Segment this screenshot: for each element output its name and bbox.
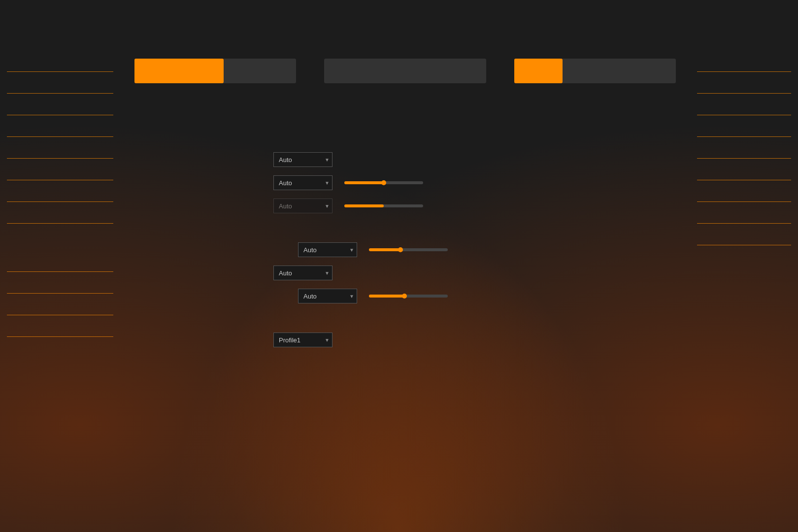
- cpu-clock-ratio-dropdown-wrapper[interactable]: Auto: [298, 289, 357, 303]
- cpu-base-clock-select[interactable]: Auto: [273, 175, 332, 190]
- performance-upgrade-dropdown-wrapper[interactable]: Auto: [273, 152, 332, 167]
- cpu-clock-ratio-fill: [369, 295, 404, 298]
- cpu-base-clock-dropdown-wrapper[interactable]: Auto: [273, 175, 332, 190]
- voltage-progress: [134, 59, 296, 83]
- fan-progress: [324, 59, 486, 83]
- temp-progress: [514, 59, 676, 83]
- spread-spectrum-dropdown-wrapper[interactable]: Auto: [273, 199, 332, 213]
- cpu-upgrade-dropdown-wrapper[interactable]: Auto: [273, 266, 332, 280]
- proc-graphics-fill: [369, 248, 400, 251]
- performance-upgrade-control[interactable]: Auto: [273, 152, 332, 167]
- cpu-upgrade-select[interactable]: Auto: [273, 266, 332, 280]
- spread-spectrum-select[interactable]: Auto: [273, 199, 332, 213]
- xmp-select[interactable]: Profile1 Auto: [273, 332, 332, 347]
- xmp-dropdown-wrapper[interactable]: Profile1 Auto: [273, 332, 332, 347]
- voltage-fill: [134, 59, 224, 83]
- spread-spectrum-track[interactable]: [344, 204, 423, 207]
- xmp-control[interactable]: Profile1 Auto: [273, 332, 332, 347]
- proc-graphics-dropdown-wrapper[interactable]: Auto: [298, 242, 357, 257]
- proc-graphics-select[interactable]: Auto: [298, 242, 357, 257]
- cpu-clock-ratio-track[interactable]: [369, 295, 448, 298]
- proc-graphics-track[interactable]: [369, 248, 448, 251]
- performance-upgrade-select[interactable]: Auto: [273, 152, 332, 167]
- cpu-upgrade-control[interactable]: Auto: [273, 266, 332, 280]
- cpu-clock-ratio-select[interactable]: Auto: [298, 289, 357, 303]
- cpu-base-clock-track[interactable]: [344, 181, 423, 184]
- spread-spectrum-fill: [344, 204, 384, 207]
- temp-fill: [514, 59, 563, 83]
- cpu-base-clock-fill: [344, 181, 384, 184]
